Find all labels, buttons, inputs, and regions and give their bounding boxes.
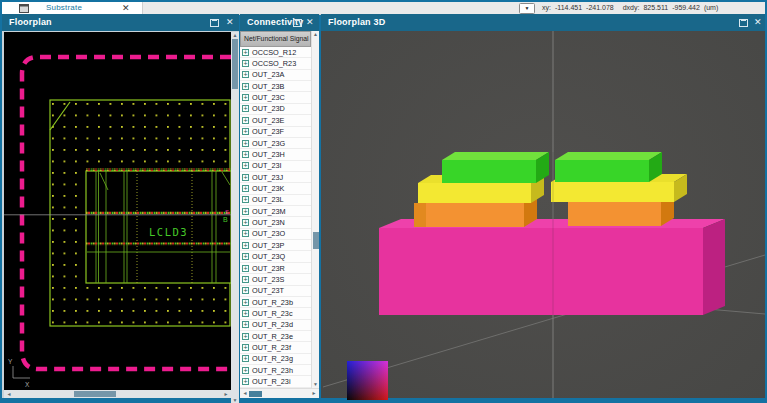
expand-plus-icon[interactable]: + xyxy=(242,367,249,374)
expand-plus-icon[interactable]: + xyxy=(242,60,249,67)
net-row[interactable]: + OUT_23G xyxy=(240,138,311,149)
expand-plus-icon[interactable]: + xyxy=(242,105,249,112)
expand-plus-icon[interactable]: + xyxy=(242,276,249,283)
net-name: OUT_23D xyxy=(252,104,285,113)
scroll-right-icon[interactable]: ► xyxy=(310,389,318,397)
scroll-left-icon[interactable]: ◄ xyxy=(5,390,13,398)
connectivity-vscrollbar[interactable]: ▲ ▼ xyxy=(311,31,319,388)
expand-plus-icon[interactable]: + xyxy=(242,299,249,306)
xy-x-value: -114.451 xyxy=(555,4,582,11)
yellow-layer xyxy=(418,183,531,203)
expand-plus-icon[interactable]: + xyxy=(242,151,249,158)
net-row[interactable]: + OUT_23C xyxy=(240,92,311,103)
hscroll-thumb[interactable] xyxy=(74,391,116,397)
expand-plus-icon[interactable]: + xyxy=(242,196,249,203)
net-row[interactable]: + OUT_23P xyxy=(240,240,311,251)
expand-plus-icon[interactable]: + xyxy=(242,265,249,272)
expand-plus-icon[interactable]: + xyxy=(242,287,249,294)
expand-plus-icon[interactable]: + xyxy=(242,344,249,351)
net-row[interactable]: + OUT_23D xyxy=(240,104,311,115)
expand-plus-icon[interactable]: + xyxy=(242,378,249,385)
expand-plus-icon[interactable]: + xyxy=(242,310,249,317)
expand-plus-icon[interactable]: + xyxy=(242,162,249,169)
expand-plus-icon[interactable]: + xyxy=(242,219,249,226)
net-row[interactable]: + OUT_23I xyxy=(240,161,311,172)
scroll-up-icon[interactable]: ▲ xyxy=(312,31,319,38)
net-name: OUT_R_23g xyxy=(252,354,293,363)
net-row[interactable]: + OUT_23A xyxy=(240,70,311,81)
net-name: OUT_23P xyxy=(252,241,284,250)
floorplan-vscrollbar[interactable]: ▲ ▼ xyxy=(231,32,239,403)
net-column-header[interactable]: Net/Functional Signal xyxy=(240,31,311,47)
expand-plus-icon[interactable]: + xyxy=(242,94,249,101)
net-row[interactable]: + OUT_23S xyxy=(240,274,311,285)
scroll-down-icon[interactable]: ▼ xyxy=(231,397,239,403)
close-icon[interactable]: ✕ xyxy=(226,16,234,29)
net-row[interactable]: + OUT_23F xyxy=(240,127,311,138)
viewport-3d[interactable] xyxy=(321,31,765,398)
net-row[interactable]: + OUT_23M xyxy=(240,206,311,217)
vscroll-thumb[interactable] xyxy=(232,39,238,89)
expand-plus-icon[interactable]: + xyxy=(242,128,249,135)
expand-plus-icon[interactable]: + xyxy=(242,321,249,328)
floorplan-title: Floorplan xyxy=(9,17,52,27)
net-row[interactable]: + OUT_R_23i xyxy=(240,376,311,387)
net-row[interactable]: + OUT_R_23h xyxy=(240,365,311,376)
expand-plus-icon[interactable]: + xyxy=(242,355,249,362)
scroll-left-icon[interactable]: ◄ xyxy=(241,389,249,397)
expand-plus-icon[interactable]: + xyxy=(242,185,249,192)
floorplan-canvas[interactable]: LCLD3 S B Y X xyxy=(4,32,231,390)
orientation-gradient-cube[interactable] xyxy=(347,361,388,400)
close-icon[interactable]: ✕ xyxy=(306,16,314,29)
net-row[interactable]: + OUT_R_23b xyxy=(240,297,311,308)
expand-plus-icon[interactable]: + xyxy=(242,253,249,260)
scroll-up-icon[interactable]: ▲ xyxy=(231,32,239,39)
net-row[interactable]: + OUT_23H xyxy=(240,149,311,160)
connectivity-hscrollbar[interactable]: ◄ ► xyxy=(240,388,319,398)
expand-plus-icon[interactable]: + xyxy=(242,333,249,340)
net-row[interactable]: + OCCSO_R23 xyxy=(240,58,311,69)
net-name: OUT_23S xyxy=(252,275,284,284)
net-row[interactable]: + OUT_23B xyxy=(240,81,311,92)
vscroll-thumb[interactable] xyxy=(313,232,319,249)
expand-plus-icon[interactable]: + xyxy=(242,117,249,124)
net-row[interactable]: + OUT_R_23c xyxy=(240,308,311,319)
hscroll-thumb[interactable] xyxy=(249,391,262,397)
net-row[interactable]: + OUT_23K xyxy=(240,183,311,194)
scroll-down-icon[interactable]: ▼ xyxy=(312,381,319,388)
expand-plus-icon[interactable]: + xyxy=(242,174,249,181)
net-row[interactable]: + OUT_23Q xyxy=(240,251,311,262)
maximize-icon[interactable] xyxy=(210,19,219,27)
net-row[interactable]: + OUT_23N xyxy=(240,217,311,228)
maximize-icon[interactable] xyxy=(739,19,748,27)
expand-plus-icon[interactable]: + xyxy=(242,230,249,237)
expand-plus-icon[interactable]: + xyxy=(242,49,249,56)
substrate-tab-icon xyxy=(19,4,29,13)
tab-substrate[interactable]: Substrate ✕ xyxy=(2,2,143,14)
net-row[interactable]: + OUT_R_23f xyxy=(240,342,311,353)
net-row[interactable]: + OUT_23T xyxy=(240,286,311,297)
net-row[interactable]: + OUT_23R xyxy=(240,263,311,274)
expand-plus-icon[interactable]: + xyxy=(242,208,249,215)
net-row[interactable]: + OUT_23J xyxy=(240,172,311,183)
scroll-right-icon[interactable]: ► xyxy=(222,390,230,398)
expand-plus-icon[interactable]: + xyxy=(242,242,249,249)
maximize-icon[interactable] xyxy=(293,19,302,27)
tab-close-icon[interactable]: ✕ xyxy=(122,2,130,14)
expand-plus-icon[interactable]: + xyxy=(242,71,249,78)
floorplan-hscrollbar[interactable]: ◄ ► xyxy=(4,390,231,398)
net-row[interactable]: + OUT_R_23g xyxy=(240,354,311,365)
expand-plus-icon[interactable]: + xyxy=(242,83,249,90)
net-row[interactable]: + OCCSO_R12 xyxy=(240,47,311,58)
right-die-stack-3d xyxy=(551,152,687,226)
net-row[interactable]: + OUT_R_23d xyxy=(240,320,311,331)
floorplan3d-title: Floorplan 3D xyxy=(328,17,385,27)
net-name: OUT_23Q xyxy=(252,252,285,261)
expand-plus-icon[interactable]: + xyxy=(242,140,249,147)
coord-dropdown-button[interactable]: ▼ xyxy=(519,3,535,14)
net-row[interactable]: + OUT_23E xyxy=(240,115,311,126)
close-icon[interactable]: ✕ xyxy=(754,16,762,29)
net-row[interactable]: + OUT_23L xyxy=(240,195,311,206)
net-row[interactable]: + OUT_23O xyxy=(240,229,311,240)
net-row[interactable]: + OUT_R_23e xyxy=(240,331,311,342)
